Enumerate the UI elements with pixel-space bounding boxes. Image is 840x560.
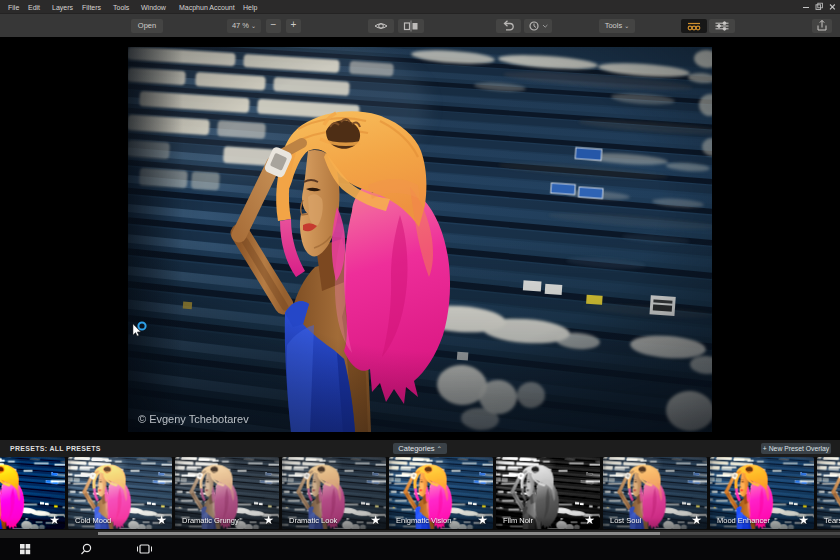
svg-text:© Evgeny Tchebotarev: © Evgeny Tchebotarev <box>138 413 249 425</box>
